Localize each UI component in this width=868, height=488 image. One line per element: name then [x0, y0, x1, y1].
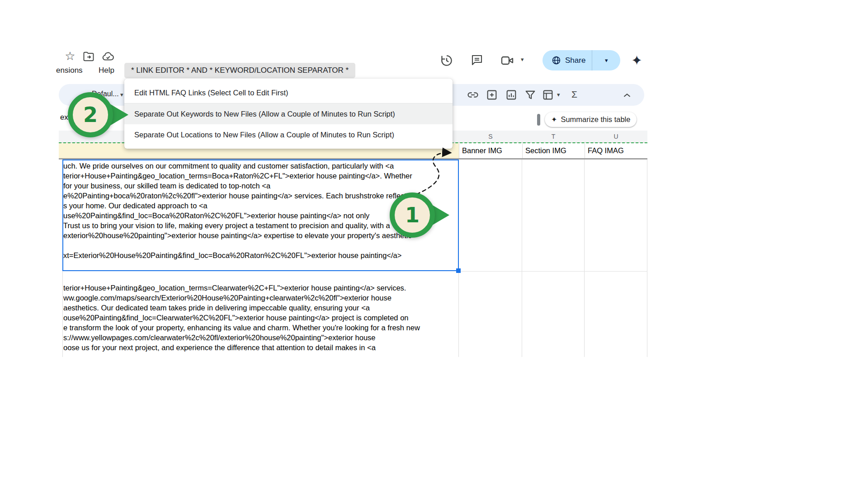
gridline	[584, 160, 585, 357]
menu-item-separate-keywords[interactable]: Separate Out Keywords to New Files (Allo…	[124, 103, 453, 124]
cell-text-line: s://www.yellowpages.com/clearwater%2c%20…	[63, 333, 458, 343]
cell-text-line: terior+House+Painting&geo_location_terms…	[63, 283, 458, 293]
move-folder-icon[interactable]	[82, 50, 95, 63]
column-header-t[interactable]: T	[522, 131, 585, 142]
cell-text-line: ww.google.com/maps/search/Exterior%20Hou…	[63, 293, 458, 303]
frozen-cell-banner-img[interactable]: Banner IMG	[459, 143, 522, 158]
link-editor-dropdown-menu: Edit HTML FAQ Links (Select Cell to Edit…	[124, 79, 453, 149]
gemini-sparkle-icon[interactable]: ✦	[631, 52, 642, 68]
meet-dropdown-caret-icon[interactable]: ▾	[521, 56, 524, 63]
gridline	[647, 160, 647, 357]
share-dropdown-caret-icon[interactable]: ▾	[605, 57, 608, 64]
comments-icon[interactable]	[470, 53, 484, 67]
cell-text-line: oose us for your next project, and exper…	[63, 343, 458, 352]
functions-sigma-icon[interactable]: Σ	[571, 89, 577, 100]
step-1-badge: 1	[390, 192, 435, 238]
gridline	[458, 271, 647, 272]
menu-help[interactable]: Help	[99, 63, 114, 78]
globe-icon	[552, 56, 561, 65]
filter-icon[interactable]	[524, 89, 537, 101]
font-style-caret-icon[interactable]: ▾	[120, 91, 123, 98]
share-button[interactable]: Share ▾	[542, 50, 620, 70]
cell-text-line: aesthetics. Our dedicated team takes pri…	[63, 303, 458, 313]
menu-custom-link-editor[interactable]: * LINK EDITOR * AND * KEYWORD/LOCATION S…	[124, 63, 355, 78]
scrollbar-thumb[interactable]	[537, 114, 540, 126]
menu-item-separate-locations[interactable]: Separate Out Locations to New Files (All…	[124, 124, 453, 145]
summarize-table-chip[interactable]: ✦ Summarize this table	[545, 112, 637, 127]
summarize-table-label: Summarize this table	[561, 115, 630, 124]
cell-text-line: ouse%20Painting&find_loc=Clearwater%2C%2…	[63, 313, 458, 323]
gridline	[522, 160, 522, 357]
table-views-icon[interactable]	[542, 89, 554, 101]
cloud-saved-icon[interactable]	[101, 50, 115, 63]
frozen-cell-faq-img[interactable]: FAQ IMAG	[585, 143, 647, 158]
cell-text-line: e transform the look of your property, e…	[63, 323, 458, 333]
frozen-cell-section-img[interactable]: Section IMG	[522, 143, 585, 158]
share-button-label: Share	[565, 56, 585, 65]
insert-comment-icon[interactable]	[486, 89, 498, 101]
table-views-caret-icon[interactable]: ▾	[557, 91, 560, 98]
star-icon[interactable]: ☆	[64, 50, 76, 62]
meet-video-icon[interactable]	[500, 53, 514, 68]
cell-content-clearwater[interactable]: terior+House+Painting&geo_location_terms…	[63, 283, 458, 352]
insert-chart-icon[interactable]	[505, 89, 518, 101]
sparkle-icon: ✦	[551, 115, 557, 124]
menu-custom-label: * LINK EDITOR * AND * KEYWORD/LOCATION S…	[131, 63, 349, 78]
column-header-s[interactable]: S	[459, 131, 522, 142]
collapse-menus-chevron-icon[interactable]	[621, 89, 633, 101]
sheets-app-window: ☆ ensions Help * LINK EDITOR * AND * KEY…	[0, 0, 868, 488]
version-history-icon[interactable]	[439, 53, 454, 68]
menu-extensions-partial[interactable]: ensions	[56, 63, 83, 78]
column-header-u[interactable]: U	[585, 131, 647, 142]
menu-item-edit-html-faq-links[interactable]: Edit HTML FAQ Links (Select Cell to Edit…	[124, 82, 453, 103]
step-2-badge: 2	[68, 92, 113, 137]
share-split-divider	[592, 50, 592, 70]
formula-bar-fragment: ex	[60, 113, 68, 122]
insert-link-icon[interactable]	[467, 89, 479, 101]
